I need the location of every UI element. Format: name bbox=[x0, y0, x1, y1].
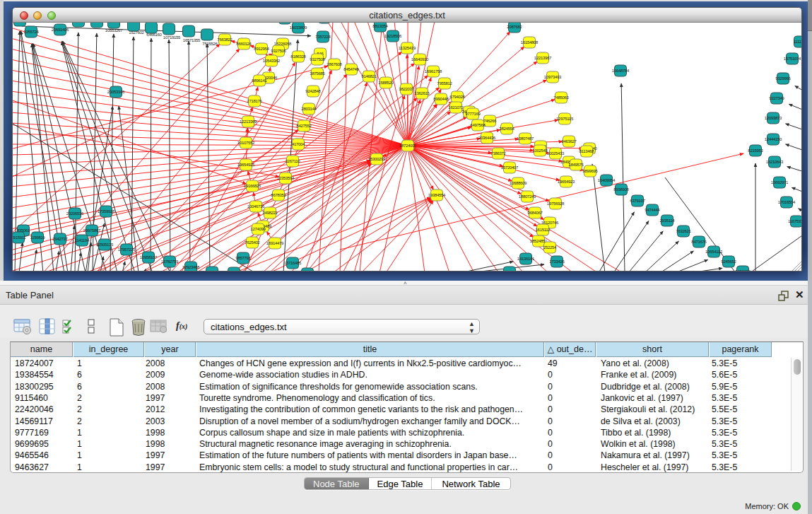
svg-text:18807249: 18807249 bbox=[519, 194, 536, 199]
svg-text:12353594: 12353594 bbox=[277, 176, 295, 180]
svg-text:6497568: 6497568 bbox=[470, 123, 486, 127]
svg-text:11675330: 11675330 bbox=[788, 219, 802, 223]
svg-text:417004: 417004 bbox=[292, 142, 305, 146]
svg-text:20053346: 20053346 bbox=[107, 90, 125, 94]
svg-text:12975115: 12975115 bbox=[556, 117, 574, 121]
svg-text:15300293: 15300293 bbox=[368, 157, 386, 161]
svg-text:1588520: 1588520 bbox=[378, 81, 394, 85]
svg-text:2867608: 2867608 bbox=[326, 62, 342, 66]
svg-text:252254: 252254 bbox=[543, 245, 557, 250]
svg-text:19166825: 19166825 bbox=[244, 184, 261, 188]
svg-text:7386372: 7386372 bbox=[490, 151, 506, 156]
svg-text:20691406: 20691406 bbox=[52, 28, 69, 32]
svg-text:7485063: 7485063 bbox=[553, 95, 569, 100]
svg-text:10958107: 10958107 bbox=[140, 255, 158, 259]
svg-text:12923468: 12923468 bbox=[182, 265, 200, 269]
svg-text:2803144: 2803144 bbox=[301, 107, 317, 111]
svg-text:6466160: 6466160 bbox=[146, 33, 162, 37]
svg-text:9896141: 9896141 bbox=[252, 78, 267, 83]
svg-text:8215953: 8215953 bbox=[748, 148, 763, 153]
svg-text:29975867: 29975867 bbox=[83, 228, 101, 233]
svg-text:8427552: 8427552 bbox=[296, 124, 312, 128]
svg-text:2942737: 2942737 bbox=[52, 237, 68, 241]
svg-text:12213967: 12213967 bbox=[534, 56, 552, 60]
svg-text:746266: 746266 bbox=[483, 119, 497, 123]
svg-text:19756928: 19756928 bbox=[547, 201, 565, 206]
svg-text:8660124: 8660124 bbox=[236, 42, 252, 46]
svg-text:9899695: 9899695 bbox=[582, 169, 598, 173]
svg-text:1274099: 1274099 bbox=[250, 227, 266, 231]
svg-text:1093300: 1093300 bbox=[226, 271, 242, 271]
svg-text:19654923: 19654923 bbox=[558, 180, 575, 184]
svg-text:16648784: 16648784 bbox=[612, 69, 630, 73]
svg-text:1615112: 1615112 bbox=[536, 228, 551, 232]
svg-text:9684067: 9684067 bbox=[527, 211, 543, 215]
svg-text:16914479: 16914479 bbox=[266, 241, 284, 245]
svg-text:12444150: 12444150 bbox=[765, 137, 782, 141]
svg-text:7357224: 7357224 bbox=[315, 35, 331, 39]
svg-text:9857791: 9857791 bbox=[235, 256, 251, 260]
svg-text:12505135: 12505135 bbox=[96, 243, 114, 247]
svg-text:16210643: 16210643 bbox=[766, 160, 784, 164]
svg-text:16033809: 16033809 bbox=[290, 25, 307, 30]
svg-text:19654925: 19654925 bbox=[237, 163, 255, 167]
svg-text:8678352: 8678352 bbox=[271, 193, 286, 197]
svg-text:15692971: 15692971 bbox=[771, 180, 789, 185]
svg-text:7515526: 7515526 bbox=[202, 42, 218, 46]
svg-text:8113468: 8113468 bbox=[579, 149, 595, 153]
svg-text:10046736: 10046736 bbox=[247, 204, 265, 209]
svg-text:9474444: 9474444 bbox=[645, 208, 660, 212]
svg-text:18724007: 18724007 bbox=[399, 144, 417, 148]
svg-text:2935114: 2935114 bbox=[660, 218, 676, 223]
svg-text:9227349: 9227349 bbox=[769, 96, 784, 100]
svg-text:10107552: 10107552 bbox=[237, 141, 255, 145]
svg-text:1527602: 1527602 bbox=[129, 30, 144, 35]
svg-text:7663822: 7663822 bbox=[217, 37, 233, 42]
svg-text:9327508: 9327508 bbox=[310, 57, 325, 62]
svg-text:16640910: 16640910 bbox=[411, 57, 429, 62]
svg-text:15720407: 15720407 bbox=[501, 165, 519, 170]
svg-text:9450622: 9450622 bbox=[735, 269, 751, 271]
svg-text:8454749: 8454749 bbox=[343, 67, 359, 71]
svg-text:16961758: 16961758 bbox=[425, 69, 442, 74]
svg-text:17016504: 17016504 bbox=[778, 200, 796, 204]
svg-text:3824554: 3824554 bbox=[499, 127, 514, 131]
svg-text:1111111: 1111111 bbox=[794, 40, 802, 44]
svg-text:6794028: 6794028 bbox=[449, 95, 465, 99]
svg-text:9777169: 9777169 bbox=[465, 112, 481, 116]
svg-text:6379197: 6379197 bbox=[630, 199, 645, 203]
svg-text:16154808: 16154808 bbox=[521, 40, 539, 45]
svg-text:15716485: 15716485 bbox=[284, 261, 302, 265]
svg-text:8186328: 8186328 bbox=[290, 54, 306, 59]
svg-text:1035001: 1035001 bbox=[502, 270, 517, 271]
svg-text:10553267: 10553267 bbox=[105, 28, 123, 33]
svg-text:8938908: 8938908 bbox=[613, 187, 629, 192]
svg-text:10654112: 10654112 bbox=[705, 250, 723, 254]
svg-text:1156819: 1156819 bbox=[30, 235, 46, 240]
svg-text:3498222: 3498222 bbox=[262, 211, 278, 215]
svg-text:9327506: 9327506 bbox=[271, 49, 286, 53]
svg-text:3915911: 3915911 bbox=[13, 235, 26, 240]
svg-text:3822037: 3822037 bbox=[399, 87, 414, 91]
svg-text:10688609: 10688609 bbox=[510, 181, 527, 185]
svg-text:17957225: 17957225 bbox=[118, 247, 136, 252]
svg-text:1849575: 1849575 bbox=[568, 163, 584, 167]
svg-text:15751074: 15751074 bbox=[784, 57, 801, 61]
svg-text:8990448: 8990448 bbox=[433, 97, 449, 101]
svg-text:9245011: 9245011 bbox=[205, 270, 220, 271]
svg-text:2087682: 2087682 bbox=[507, 25, 522, 29]
svg-text:9242848: 9242848 bbox=[305, 89, 321, 93]
svg-text:3267110: 3267110 bbox=[286, 159, 301, 163]
svg-text:10025433: 10025433 bbox=[547, 151, 565, 156]
svg-text:12213369: 12213369 bbox=[240, 119, 257, 124]
svg-text:19384554: 19384554 bbox=[428, 193, 446, 197]
svg-text:1733426: 1733426 bbox=[549, 259, 565, 264]
svg-text:10807487: 10807487 bbox=[517, 136, 534, 141]
svg-text:10973493: 10973493 bbox=[544, 75, 562, 79]
svg-text:9463627: 9463627 bbox=[561, 139, 577, 144]
svg-text:8912954: 8912954 bbox=[254, 47, 269, 51]
svg-text:9245652: 9245652 bbox=[721, 259, 736, 264]
svg-text:1055724: 1055724 bbox=[23, 30, 39, 34]
svg-text:12093873: 12093873 bbox=[765, 116, 782, 120]
svg-text:1002543: 1002543 bbox=[532, 148, 548, 153]
